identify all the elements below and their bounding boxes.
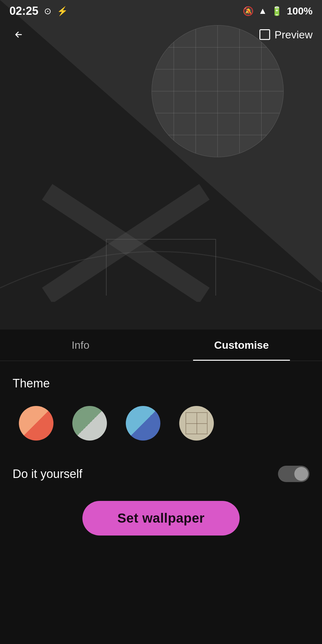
theme-option-coral[interactable] xyxy=(19,406,53,441)
theme-options xyxy=(13,406,309,441)
theme-section: Theme xyxy=(0,361,322,450)
diy-row: Do it yourself xyxy=(0,450,322,498)
mute-icon: 🔕 xyxy=(243,6,254,16)
wifi-icon: ▲ xyxy=(258,6,267,16)
preview-button[interactable]: Preview xyxy=(259,29,313,41)
tab-info[interactable]: Info xyxy=(0,330,161,361)
wallpaper-preview xyxy=(0,0,322,340)
tabs-container: Info Customise xyxy=(0,330,322,361)
theme-option-blue[interactable] xyxy=(126,406,160,441)
back-button[interactable] xyxy=(9,25,28,44)
beige-grid-inner xyxy=(186,412,208,434)
tab-customise[interactable]: Customise xyxy=(161,330,322,361)
top-navigation: Preview xyxy=(0,22,322,47)
set-wallpaper-button[interactable]: Set wallpaper xyxy=(82,501,240,536)
battery-icon: 🔋 xyxy=(271,6,282,16)
theme-option-beige-grid[interactable] xyxy=(179,406,214,441)
at-icon: ⊙ xyxy=(44,6,51,16)
background-decoration xyxy=(0,176,322,302)
battery-percent: 100% xyxy=(287,5,313,17)
theme-title: Theme xyxy=(13,377,309,390)
preview-checkbox xyxy=(259,29,270,40)
bottom-panel: Info Customise Theme Do it yourself Set … xyxy=(0,330,322,644)
diy-label: Do it yourself xyxy=(13,467,82,481)
diy-toggle[interactable] xyxy=(278,466,309,482)
status-time: 02:25 xyxy=(9,4,38,18)
bolt-icon: ⚡ xyxy=(57,6,68,16)
theme-option-green-gray[interactable] xyxy=(72,406,107,441)
preview-label: Preview xyxy=(275,29,313,41)
status-bar: 02:25 ⊙ ⚡ 🔕 ▲ 🔋 100% xyxy=(0,0,322,22)
toggle-knob xyxy=(294,467,308,481)
